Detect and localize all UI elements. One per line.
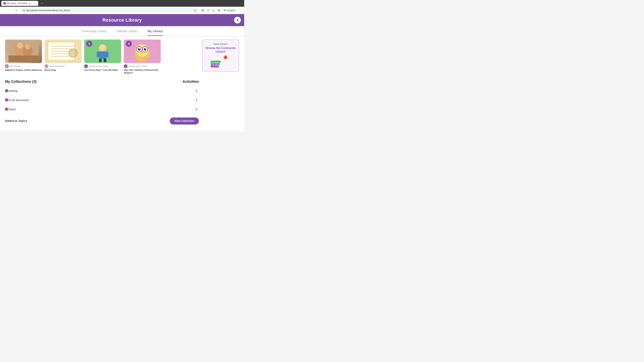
bookmark-icon-reading [5,89,8,93]
svg-rect-7 [218,9,219,10]
card-author-raphael: MR Mrs. Roussel [5,64,42,68]
shapes-artwork: S [124,39,161,63]
collection-count-reading: 3 [179,89,199,93]
svg-point-10 [240,9,240,10]
card-image-pressplay: S [84,39,121,63]
active-tab[interactable]: S My Library - All Grades - All Su... ✕ [1,1,38,6]
browse-community-label: Browse the Community Library! [205,46,236,53]
close-modal-button[interactable]: ✕ [234,17,241,23]
close-window-button[interactable]: ✕ [238,1,243,6]
resource-library-title: Resource Library [0,17,244,23]
svg-point-5 [208,9,209,10]
card-booksnap[interactable]: KB Kristin Bellus-Penz Book Snap [44,39,82,74]
shapes-illustration: S [124,39,161,63]
address-bar-row: ← → ↻ app.seesaw.me/#/activities/library… [0,7,244,14]
svg-rect-32 [99,58,102,62]
seesaw-badge-pressplay: S [84,64,88,68]
need-ideas-title: Need Ideas? [205,42,236,45]
collection-row-topics[interactable]: Topics 6 [5,105,199,114]
collections-section: My Collections (3) Activities reading 3 … [5,79,199,124]
svg-rect-2 [203,9,204,10]
card-author-pressplay: S Seesaw Library: Seesa... [84,64,121,68]
content-area: MR Mrs. Roussel Raphael's Angels, Sistin… [0,36,244,128]
collections-title: My Collections (3) [5,79,179,84]
added-section: Added to Topics View Collection [5,117,199,124]
svg-point-28 [99,44,106,52]
card-shapes[interactable]: S S Seesaw Library: Power ... How Can I … [124,39,161,74]
tab-my-library[interactable]: My Library [148,29,163,36]
back-button[interactable]: ← [2,8,7,13]
svg-point-15 [17,42,23,48]
svg-point-17 [25,44,30,49]
devices-button[interactable] [216,8,221,13]
svg-rect-30 [97,52,100,57]
author-avatar-roussel: MR [5,64,9,68]
collections-header: My Collections (3) Activities [5,79,199,84]
svg-point-11 [240,10,240,10]
browser-chrome: S My Library - All Grades - All Su... ✕ … [0,0,244,14]
card-author-booksnap: KB Kristin Bellus-Penz [44,64,82,68]
library-tabs: Community Library Seesaw Library My Libr… [0,26,244,36]
svg-point-12 [240,11,240,11]
download-button[interactable] [211,8,216,13]
app-container: Resource Library ✕ Community Library See… [0,14,244,131]
seesaw-badge-shapes: S [124,64,128,68]
minimize-button[interactable]: ─ [227,1,232,6]
lock-icon [23,9,25,11]
card-author-shapes: S Seesaw Library: Power ... [124,64,161,68]
svg-rect-29 [99,51,106,59]
refresh-button[interactable]: ↻ [14,8,19,13]
pressplay-illustration: S [84,39,121,63]
card-image-shapes: S [124,39,161,63]
resource-header: Resource Library ✕ [0,14,244,26]
restore-button[interactable]: □ [232,1,237,6]
tab-close-button[interactable]: ✕ [34,2,36,5]
svg-rect-31 [106,52,108,57]
added-to-topics-label: Added to Topics [5,119,27,123]
svg-rect-33 [104,58,106,62]
browser-actions: Incognito [200,8,242,13]
author-name-shapes: Seesaw Library: Power ... [128,65,150,67]
card-raphael[interactable]: MR Mrs. Roussel Raphael's Angels, Sistin… [5,39,42,74]
extensions-button[interactable] [200,8,205,13]
tab-favicon: S [3,2,6,4]
collection-name-topics: Topics [8,108,179,111]
card-title-raphael: Raphael's Angels, Sistine Madonna [5,69,42,71]
card-image-raphael [5,39,42,63]
svg-point-26 [69,49,77,57]
collection-name-reading: reading [8,89,179,93]
booksnap-artwork [44,39,82,63]
author-avatar-bellus: KB [44,64,48,68]
svg-rect-3 [202,10,202,11]
profile-button[interactable] [206,8,210,13]
collection-name-discussed: To be discussed [8,98,179,102]
svg-text:S: S [88,42,90,45]
card-pressplay[interactable]: S S Seesaw Library: Seesa... Just Press … [84,39,121,74]
collection-count-discussed: 2 [179,98,199,102]
svg-point-41 [138,48,141,51]
menu-button[interactable] [238,8,242,13]
bookmark-icon-topics [5,108,8,111]
svg-rect-8 [219,10,220,11]
bookmark-icon-discussed [5,98,8,102]
community-illustration: 🍎 [211,55,231,68]
incognito-badge: Incognito [222,8,237,12]
svg-point-43 [139,48,140,49]
booksnap-illustration [44,39,82,63]
tab-seesaw-library[interactable]: Seesaw Library [117,29,138,36]
tab-community-library[interactable]: Community Library [81,29,107,36]
card-title-booksnap: Book Snap [44,69,82,71]
activity-cards-row: MR Mrs. Roussel Raphael's Angels, Sistin… [5,39,199,74]
collection-row-reading[interactable]: reading 3 [5,86,199,96]
new-tab-button[interactable]: + [40,1,44,6]
collection-row-discussed[interactable]: To be discussed 2 [5,96,199,105]
svg-text:S: S [128,42,130,45]
svg-point-42 [144,48,146,51]
need-ideas-card[interactable]: Need Ideas? Browse the Community Library… [202,39,239,71]
tab-title: My Library - All Grades - All Su... [7,2,32,4]
raphael-artwork [5,39,42,63]
apple-icon: 🍎 [223,55,228,59]
forward-button[interactable]: → [8,8,13,13]
view-collection-button[interactable]: View Collection [170,117,199,124]
address-bar[interactable]: app.seesaw.me/#/activities/library?my_li… [20,8,199,12]
